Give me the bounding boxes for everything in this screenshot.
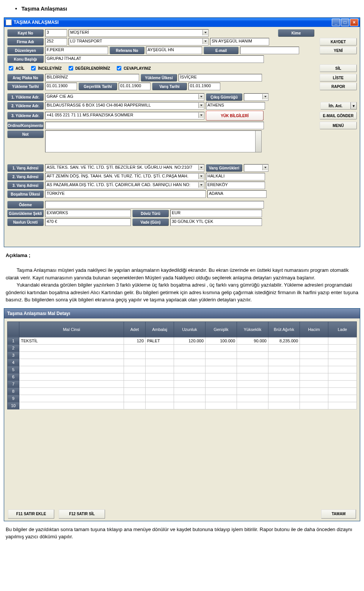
input-gecerlilik[interactable]: 01.01.1900	[119, 83, 151, 90]
label-not: Not	[7, 130, 44, 138]
detail-grid[interactable]: Mal Cinsi Adet Ambalaj Uzunluk Genişlik …	[7, 321, 357, 409]
input-dovizturu[interactable]: EUR	[170, 210, 262, 217]
emailgonder-button[interactable]: E-MAIL GÖNDER	[320, 112, 357, 119]
window-icon	[6, 19, 12, 25]
label-aracplaka: Araç Plaka No	[7, 74, 44, 82]
input-varistarihi[interactable]: 01.01.1900	[188, 83, 220, 90]
label-email: E-mail	[204, 47, 238, 54]
check-acil-label: ACİL	[16, 66, 24, 71]
input-adana[interactable]: ADANA	[207, 190, 267, 198]
input-vade[interactable]: 30 GÜNLÜK YTL ÇEK	[170, 218, 262, 226]
label-gumruksekli: Gümrükleme Şekli	[7, 210, 44, 217]
label-yuklemetarihi: Yükleme Tarihi	[7, 83, 44, 90]
window-title: TAŞIMA ANLAŞMASI	[14, 20, 59, 25]
label-cikisgumrugu: Çıkış Gümrüğü	[206, 93, 242, 101]
memo-not[interactable]	[45, 130, 262, 152]
table-row[interactable]: 4	[8, 359, 357, 366]
input-halkali[interactable]: HALKALI	[206, 173, 265, 180]
combo-firmaadi[interactable]: LÜ TRANSPORT	[69, 38, 209, 45]
f12-sil-button[interactable]: F12 SATIR SİL	[59, 509, 105, 519]
input-referansno[interactable]: AYŞEGÜL HN	[146, 47, 202, 54]
ithanl-dropdown-icon[interactable]: ▾	[351, 102, 357, 110]
label-vade: Vade (Gün)	[132, 218, 169, 226]
combo-cikisgumrugu[interactable]	[244, 93, 268, 101]
sil-button[interactable]: SİL	[320, 64, 357, 72]
combo-kayittip[interactable]: MÜŞTERİ	[69, 29, 209, 37]
check-inceleyiniz-label: İNCELEYİNİZ	[38, 66, 61, 71]
label-vadr2: 2. Varış Adresi	[7, 173, 44, 180]
input-sn[interactable]: SN AYŞEGÜL HANIM	[210, 38, 269, 45]
check-acil[interactable]	[9, 66, 13, 71]
label-yuklemeulkesi: Yükleme Ülkesi	[141, 74, 177, 82]
combo-vadr2[interactable]: AFT ZEMİN DÖŞ. İNŞ. TAAH. SAN. VE TURZ. …	[45, 173, 204, 180]
maximize-button[interactable]: □	[341, 19, 349, 26]
check-inceleyiniz[interactable]	[31, 66, 36, 71]
label-varistarihi: Varış Tarihi	[152, 83, 187, 90]
label-kime: Kime	[278, 29, 314, 37]
label-ordino: Ordino/Konşimento	[7, 122, 44, 129]
input-ordino[interactable]	[45, 122, 264, 129]
input-athens[interactable]: ATHENS	[206, 102, 265, 110]
f11-ekle-button[interactable]: F11 SATIR EKLE	[8, 509, 54, 519]
check-cevaplayiniz-label: CEVAPLAYINIZ	[124, 66, 151, 71]
titlebar[interactable]: TAŞIMA ANLAŞMASI _ □ ×	[4, 18, 360, 27]
input-konubasligi[interactable]: GRUPAJ İTHALAT	[45, 55, 264, 63]
input-yuklemetarihi[interactable]: 01.01.1900	[45, 83, 77, 90]
combo-yadr3[interactable]: +41 055 221 71 11 MS.FRANZISKA SOMMER	[45, 112, 204, 119]
label-firmaadi: Firma Adı	[7, 38, 44, 45]
input-duzenleyen[interactable]: F.PEKER	[45, 47, 108, 54]
table-row[interactable]: 1TEKSTİL120PALET120.000100.00090.0008,23…	[8, 337, 357, 344]
label-yadr2: 2. Yükleme Adr.	[7, 102, 44, 110]
table-row[interactable]: 10	[8, 402, 357, 409]
combo-yadr1[interactable]: GRAF CIE AG	[45, 93, 204, 101]
input-navlun[interactable]: 470 €	[45, 218, 131, 226]
input-email[interactable]	[240, 47, 299, 54]
label-gecerlilik: Geçerlilik Tarihi	[78, 83, 117, 90]
check-degerlendiriniz[interactable]	[69, 66, 73, 71]
label-duzenleyen: Düzenleyen	[7, 47, 44, 54]
yeni-button[interactable]: YENİ	[320, 47, 357, 54]
label-navlun: Navlun Ücreti	[7, 218, 44, 226]
input-aracplaka[interactable]: BİLDİRİNİZ	[45, 74, 139, 82]
table-row[interactable]: 2	[8, 344, 357, 351]
tamam-button[interactable]: TAMAM	[321, 509, 356, 519]
input-odeme[interactable]	[45, 201, 264, 208]
label-odeme: Ödeme	[7, 201, 44, 208]
combo-vadr3[interactable]: AS PAZARLAMA DIŞ TİC. LTD. ŞTİ. ÇADIRCIL…	[45, 182, 204, 189]
close-button[interactable]: ×	[350, 19, 358, 26]
label-vadr3: 3. Varış Adresi	[7, 182, 44, 189]
ithanl-button[interactable]: İth. Anl.	[320, 102, 351, 110]
label-bosaltmaulkesi: Boşaltma Ülkesi	[7, 190, 44, 198]
input-yuklemeulkesi[interactable]: İSVİÇRE	[179, 74, 262, 82]
input-erenkoy[interactable]: ERENKÖY	[206, 182, 265, 189]
input-bosaltmaulkesi[interactable]: TÜRKİYE	[45, 190, 206, 198]
doc-aciklama-block: Açıklama ; Taşıma Anlaşması müşteri yada…	[0, 247, 364, 308]
input-gumruksekli[interactable]: EXWORKS	[45, 210, 131, 217]
label-referansno: Referans No	[110, 47, 144, 54]
kaydet-button[interactable]: KAYDET	[320, 38, 357, 45]
table-row[interactable]: 8	[8, 387, 357, 395]
rapor-button[interactable]: RAPOR	[320, 83, 357, 90]
combo-vadr1[interactable]: ASİL TEKS. SAN. VE TİC. LTD. ŞTİ. BEZCİL…	[45, 164, 204, 172]
liste-button[interactable]: LİSTE	[320, 74, 357, 82]
table-row[interactable]: 5	[8, 366, 357, 373]
main-window: TAŞIMA ANLAŞMASI _ □ × Kayıt No 3 MÜŞTER…	[4, 17, 360, 247]
check-degerlendiriniz-label: DEĞERLENDİRİNİZ	[75, 66, 110, 71]
label-varisgumrukleri: Varış Gümrükleri	[206, 164, 242, 172]
check-cevaplayiniz[interactable]	[117, 66, 121, 71]
input-firmaadi-kod[interactable]: 252	[45, 38, 67, 45]
table-row[interactable]: 9	[8, 395, 357, 402]
label-vadr1: 1. Varış Adresi	[7, 164, 44, 172]
table-row[interactable]: 7	[8, 380, 357, 387]
table-row[interactable]: 3	[8, 351, 357, 359]
label-yadr1: 1. Yükleme Adr.	[7, 93, 44, 101]
input-kayitno[interactable]: 3	[45, 29, 67, 37]
menu-button[interactable]: MENÜ	[320, 122, 357, 129]
detail-window: Taşıma Anlaşması Mal Detayı Mal Cinsi Ad…	[4, 308, 360, 521]
combo-yadr2[interactable]: BILDAUSTRASSE 6 BOX 1540 CH-8640 RAPPERW…	[45, 102, 204, 110]
combo-varisgumrukleri[interactable]	[244, 164, 268, 172]
label-kayitno: Kayıt No	[7, 29, 44, 37]
yukbilgileri-button[interactable]: YÜK BİLGİLERİ	[206, 111, 264, 121]
minimize-button[interactable]: _	[332, 19, 340, 26]
table-row[interactable]: 6	[8, 373, 357, 380]
